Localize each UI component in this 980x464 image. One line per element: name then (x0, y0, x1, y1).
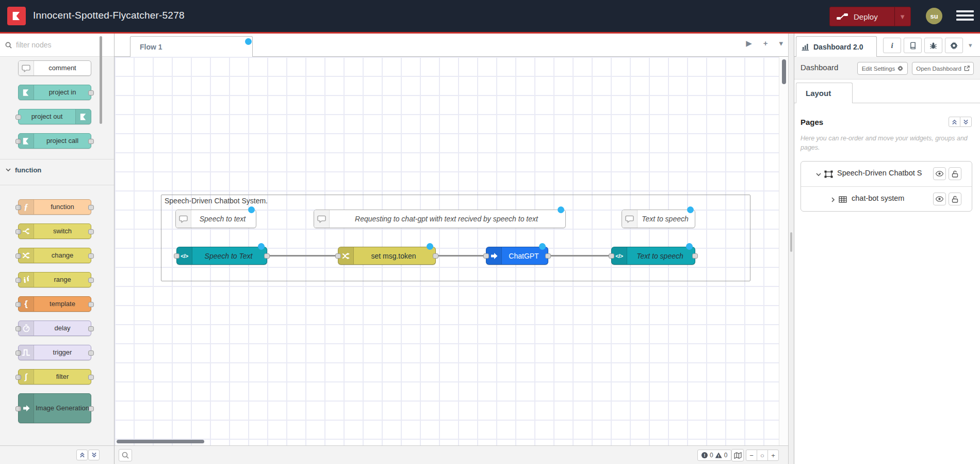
pages-tree: Speech-Driven Chatbot Schat-bot system (801, 161, 972, 212)
sidebar-tabs-dropdown-icon[interactable]: ▾ (969, 41, 972, 49)
palette-node-trigger[interactable]: trigger (18, 345, 91, 360)
palette-node-range[interactable]: range (18, 272, 91, 287)
node-icon-strip: { (19, 297, 34, 311)
tab-scroll-right-icon[interactable]: ▶ (746, 39, 752, 48)
tab-flow-1[interactable]: Flow 1 (130, 36, 253, 57)
palette-node-function[interactable]: ƒfunction (18, 199, 91, 215)
comment-bubble-icon (22, 65, 30, 72)
flow-node-chatgpt[interactable]: ChatGPT (486, 247, 548, 265)
external-link-icon (964, 66, 970, 71)
palette-node-switch[interactable]: switch (18, 223, 91, 239)
palette-node-image-generation[interactable]: Image Generation (18, 393, 91, 423)
lock-toggle-button[interactable] (949, 193, 961, 205)
node-icon-strip (19, 134, 34, 148)
palette-node-comment[interactable]: comment (18, 60, 91, 76)
palette-category-function[interactable]: function (5, 165, 41, 175)
palette-search-input[interactable] (16, 41, 99, 49)
timer-icon (22, 324, 30, 332)
trigger-icon (22, 349, 30, 356)
node-red-logo-icon (7, 7, 26, 25)
range-icon (22, 276, 30, 284)
comment-node-speech-to-text[interactable]: Speech to text (175, 210, 256, 228)
splitter-handle[interactable] (790, 232, 792, 252)
tab-dashboard-2[interactable]: Dashboard 2.0 (796, 36, 877, 57)
table-icon (839, 196, 847, 205)
palette-node-change[interactable]: change (18, 248, 91, 263)
wire[interactable] (268, 255, 337, 257)
palette-node-template[interactable]: {template (18, 296, 91, 312)
tree-row-chat-bot-system[interactable]: chat-bot system (801, 186, 972, 211)
input-port[interactable] (609, 253, 614, 259)
zoom-out-button[interactable]: − (746, 450, 757, 461)
palette-node-project-in[interactable]: project in (18, 85, 91, 100)
info-tab-button[interactable]: i (883, 38, 901, 53)
move-down-button[interactable] (960, 117, 972, 127)
wire[interactable] (437, 255, 485, 257)
sidebar-splitter[interactable] (788, 34, 794, 464)
user-avatar[interactable]: su (926, 8, 942, 24)
workspace-grid[interactable]: Speech-Driven Chatbot System.Speech to t… (115, 57, 779, 445)
node-icon-strip (314, 210, 330, 228)
comment-node-requesting-to-chat-gpt-with-te[interactable]: Requesting to chat-gpt with text recived… (314, 210, 566, 228)
zoom-reset-button[interactable]: ○ (757, 450, 768, 461)
output-port[interactable] (545, 253, 551, 259)
flow-node-speech-to-text[interactable]: </>Speech to Text (176, 247, 267, 265)
chevron-down-icon[interactable] (815, 170, 822, 180)
palette-footer (0, 445, 114, 464)
horizontal-scrollbar[interactable] (117, 440, 204, 443)
palette-scrollbar[interactable] (100, 36, 102, 124)
node-icon-strip (19, 85, 34, 100)
modified-dot (248, 206, 255, 213)
bar-chart-icon (802, 43, 810, 51)
vertical-scrollbar-track[interactable] (779, 57, 788, 445)
lock-toggle-button[interactable] (949, 167, 961, 180)
output-port[interactable] (692, 253, 698, 259)
deploy-button[interactable]: Deploy ▼ (829, 7, 911, 26)
tab-layout[interactable]: Layout (796, 83, 853, 103)
palette-search[interactable] (0, 34, 114, 57)
help-tab-button[interactable] (904, 38, 922, 53)
header: Innocent-Spotted-Flycatcher-5278 Deploy … (0, 0, 980, 34)
chevron-right-icon[interactable] (830, 196, 836, 205)
comment-label: Speech to text (191, 210, 254, 228)
open-dashboard-button[interactable]: Open Dashboard (912, 62, 974, 75)
palette-node-project-out[interactable]: project out (18, 109, 91, 124)
palette-expand-all-button[interactable] (88, 450, 100, 460)
config-tab-button[interactable] (945, 38, 963, 53)
canvas-search-button[interactable] (119, 449, 132, 461)
zoom-in-button[interactable]: + (767, 450, 779, 461)
input-port[interactable] (174, 253, 179, 259)
edit-settings-button[interactable]: Edit Settings (857, 62, 908, 75)
palette-node-project-call[interactable]: project call (18, 133, 91, 149)
modified-dot (558, 206, 564, 213)
output-port[interactable] (264, 253, 270, 259)
palette-collapse-all-button[interactable] (76, 450, 88, 460)
comment-node-text-to-speech[interactable]: Text to speech (622, 210, 695, 228)
tree-row-speech-driven-chatbot-s[interactable]: Speech-Driven Chatbot S (801, 162, 972, 186)
vertical-scrollbar-thumb[interactable] (782, 59, 786, 84)
warning-count: 0 (724, 452, 728, 459)
arrow-icon (490, 252, 498, 260)
flow-node-text-to-speech[interactable]: </>Text to speech (611, 247, 695, 265)
visibility-toggle-button[interactable] (933, 167, 946, 180)
palette-node-delay[interactable]: delay (18, 321, 91, 336)
node-icon-strip (176, 210, 191, 228)
navigator-map-button[interactable] (731, 449, 744, 461)
input-port[interactable] (335, 253, 341, 259)
main-menu-icon[interactable] (956, 10, 974, 23)
eye-icon (936, 171, 943, 177)
input-port[interactable] (483, 253, 489, 259)
deploy-dropdown-icon[interactable]: ▼ (899, 13, 906, 21)
flow-node-set-msg-token[interactable]: set msg.token (338, 247, 436, 265)
error-count: 0 (710, 452, 713, 459)
output-port[interactable] (433, 253, 438, 259)
add-flow-button[interactable]: + (763, 39, 768, 48)
template-icon: { (24, 299, 28, 309)
visibility-toggle-button[interactable] (933, 193, 946, 205)
function-icon: ƒ (24, 202, 28, 212)
flow-list-dropdown-icon[interactable]: ▾ (779, 39, 783, 48)
move-up-button[interactable] (949, 117, 960, 127)
debug-tab-button[interactable] (924, 38, 942, 53)
wire[interactable] (549, 255, 610, 257)
palette-node-filter[interactable]: ∫filter (18, 369, 91, 385)
